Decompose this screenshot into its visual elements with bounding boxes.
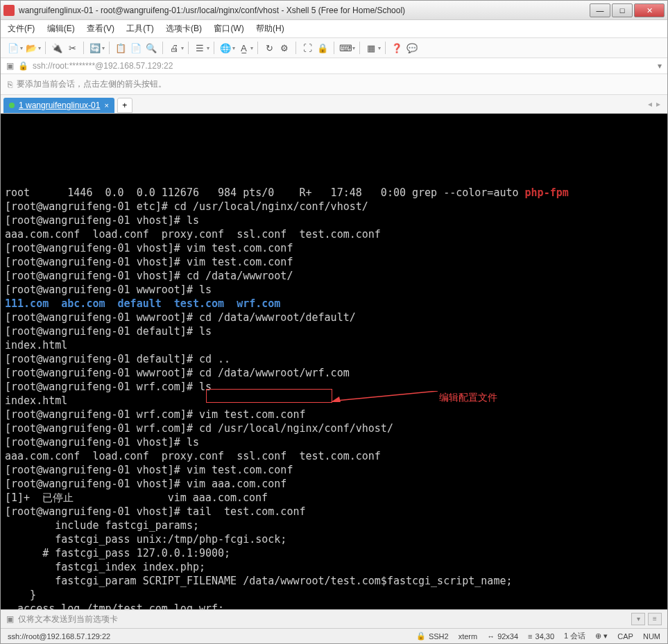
terminal-line: fastcgi_pass unix:/tmp/php-fcgi.sock;	[5, 532, 663, 546]
status-sessions: 1 会话	[564, 631, 585, 641]
props-icon[interactable]: ☰	[193, 41, 207, 55]
send-text[interactable]: 仅将文本发送到当前选项卡	[18, 613, 631, 625]
terminal-line: [root@wangruifeng-01 etc]# cd /usr/local…	[5, 200, 663, 214]
help-icon[interactable]: ❓	[390, 41, 404, 55]
session-dropdown-icon[interactable]: ⊕ ▾	[595, 632, 608, 641]
new-icon[interactable]: 📄	[6, 41, 20, 55]
find-icon[interactable]: 🔍	[144, 41, 158, 55]
menu-view[interactable]: 查看(V)	[87, 24, 114, 33]
connect-icon[interactable]: 🔌	[50, 41, 64, 55]
terminal[interactable]: 编辑配置文件 root 1446 0.0 0.0 112676 984 pts/…	[1, 114, 667, 609]
tab-add-button[interactable]: +	[117, 98, 132, 113]
print-icon[interactable]: 🖨	[167, 41, 181, 55]
status-pos: 34,30	[536, 632, 555, 641]
status-conn: ssh://root@192.168.57.129:22	[8, 632, 406, 641]
terminal-line: [root@wangruifeng-01 wwwroot]# cd /data/…	[5, 311, 663, 324]
terminal-icon: ▣	[6, 614, 14, 624]
open-icon[interactable]: 📂	[24, 41, 38, 55]
tile-icon[interactable]: ▦	[364, 41, 378, 55]
terminal-line: [root@wangruifeng-01 vhost]# vim test.co…	[5, 463, 663, 477]
terminal-line: 111.com abc.com default test.com wrf.com	[5, 297, 663, 311]
status-term: xterm	[459, 632, 478, 641]
terminal-line: index.html	[5, 338, 663, 352]
keyboard-icon[interactable]: ⌨	[339, 41, 352, 55]
annotation-text: 编辑配置文件	[439, 391, 497, 405]
minimize-button[interactable]: —	[590, 3, 610, 17]
address-text[interactable]: ssh://root:********@192.168.57.129:22	[33, 61, 658, 71]
terminal-line: fastcgi_index index.php;	[5, 560, 663, 574]
arrow-icon[interactable]: ⎘	[8, 80, 12, 89]
terminal-line: aaa.com.conf load.conf proxy.conf ssl.co…	[5, 227, 663, 241]
copy-icon[interactable]: 📋	[114, 41, 128, 55]
terminal-line: [root@wangruifeng-01 default]# cd ..	[5, 352, 663, 366]
menu-window[interactable]: 窗口(W)	[214, 24, 243, 33]
bookmark-icon[interactable]: ▣	[6, 61, 14, 71]
terminal-line: [root@wangruifeng-01 wrf.com]# ls	[5, 380, 663, 394]
fullscreen-icon[interactable]: ⛶	[300, 41, 314, 55]
dropdown-icon[interactable]: ▾	[232, 45, 235, 51]
menu-edit[interactable]: 编辑(E)	[47, 24, 75, 33]
status-bar: ssh://root@192.168.57.129:22 🔒SSH2 xterm…	[1, 628, 667, 643]
globe-icon[interactable]: 🌐	[219, 41, 232, 55]
close-button[interactable]: ✕	[634, 3, 665, 17]
toolbar: 📄▾ 📂▾ 🔌 ✂ 🔄▾ 📋 📄 🔍 🖨▾ ☰▾ 🌐▾ A̲▾ ↻ ⚙ ⛶ 🔒 …	[1, 38, 667, 58]
terminal-line: [root@wangruifeng-01 wrf.com]# cd /usr/l…	[5, 421, 663, 435]
info-bar: ⎘ 要添加当前会话，点击左侧的箭头按钮。	[1, 74, 667, 95]
dropdown-icon[interactable]: ▾	[250, 45, 253, 51]
terminal-line: [root@wangruifeng-01 vhost]# ls	[5, 214, 663, 227]
lock-icon: 🔒	[18, 61, 28, 71]
tab-bar: 1 wangruifenglinux-01 × + ◂ ▸	[1, 95, 667, 114]
terminal-line: [root@wangruifeng-01 wwwroot]# ls	[5, 283, 663, 297]
dropdown-icon[interactable]: ▾	[20, 45, 23, 51]
paste-icon[interactable]: 📄	[129, 41, 143, 55]
window-title: wangruifenglinux-01 - root@wangruifeng-0…	[19, 6, 588, 15]
terminal-line: root 1446 0.0 0.0 112676 984 pts/0 R+ 17…	[5, 186, 663, 200]
terminal-line: index.html	[5, 394, 663, 408]
terminal-line: [root@wangruifeng-01 vhost]# ls	[5, 435, 663, 449]
dropdown-icon[interactable]: ▾	[658, 61, 662, 71]
lock-icon[interactable]: 🔒	[316, 41, 329, 55]
terminal-line: fastcgi_param SCRIPT_FILENAME /data/wwwr…	[5, 574, 663, 588]
disconnect-icon[interactable]: ✂	[65, 41, 79, 55]
tab-next-icon[interactable]: ▸	[656, 99, 660, 109]
tab-prev-icon[interactable]: ◂	[648, 99, 652, 109]
send-menu-button[interactable]: ≡	[648, 613, 662, 625]
send-dropdown-button[interactable]: ▾	[631, 613, 645, 625]
dropdown-icon[interactable]: ▾	[207, 45, 209, 51]
reconnect-icon[interactable]: 🔄	[88, 41, 102, 55]
address-bar: ▣ 🔒 ssh://root:********@192.168.57.129:2…	[1, 58, 667, 74]
status-ssh: SSH2	[429, 632, 449, 641]
terminal-line: access_log /tmp/test.com.log wrf;	[5, 602, 663, 609]
terminal-line: }	[5, 588, 663, 602]
refresh-icon[interactable]: ↻	[262, 41, 276, 55]
pos-icon: ≡	[528, 632, 532, 641]
maximize-button[interactable]: □	[612, 3, 633, 17]
dropdown-icon[interactable]: ▾	[102, 45, 105, 51]
terminal-line: include fastcgi_params;	[5, 519, 663, 532]
tab-label: 1 wangruifenglinux-01	[19, 101, 100, 110]
dropdown-icon[interactable]: ▾	[181, 45, 184, 51]
terminal-line: [root@wangruifeng-01 default]# ls	[5, 324, 663, 338]
font-icon[interactable]: A̲	[237, 41, 250, 55]
terminal-line: [1]+ 已停止 vim aaa.com.conf	[5, 491, 663, 505]
comment-icon[interactable]: 💬	[405, 41, 419, 55]
status-cap: CAP	[617, 632, 633, 641]
info-text: 要添加当前会话，点击左侧的箭头按钮。	[17, 78, 166, 90]
menu-help[interactable]: 帮助(H)	[256, 24, 284, 33]
menu-tabs[interactable]: 选项卡(B)	[166, 24, 202, 33]
tab-close-icon[interactable]: ×	[104, 101, 108, 110]
dropdown-icon[interactable]: ▾	[352, 45, 355, 51]
status-num: NUM	[643, 632, 660, 641]
menu-file[interactable]: 文件(F)	[8, 24, 35, 33]
terminal-line: [root@wangruifeng-01 wrf.com]# vim test.…	[5, 408, 663, 421]
gear-icon[interactable]: ⚙	[277, 41, 291, 55]
terminal-line: [root@wangruifeng-01 vhost]# tail test.c…	[5, 505, 663, 519]
dropdown-icon[interactable]: ▾	[378, 45, 381, 51]
status-dot-icon	[9, 103, 15, 108]
dropdown-icon[interactable]: ▾	[38, 45, 41, 51]
terminal-line: aaa.com.conf load.conf proxy.conf ssl.co…	[5, 449, 663, 463]
menu-tools[interactable]: 工具(T)	[126, 24, 153, 33]
tab-active[interactable]: 1 wangruifenglinux-01 ×	[3, 98, 114, 113]
terminal-line: [root@wangruifeng-01 vhost]# cd /data/ww…	[5, 269, 663, 283]
terminal-line: [root@wangruifeng-01 wwwroot]# cd /data/…	[5, 366, 663, 380]
